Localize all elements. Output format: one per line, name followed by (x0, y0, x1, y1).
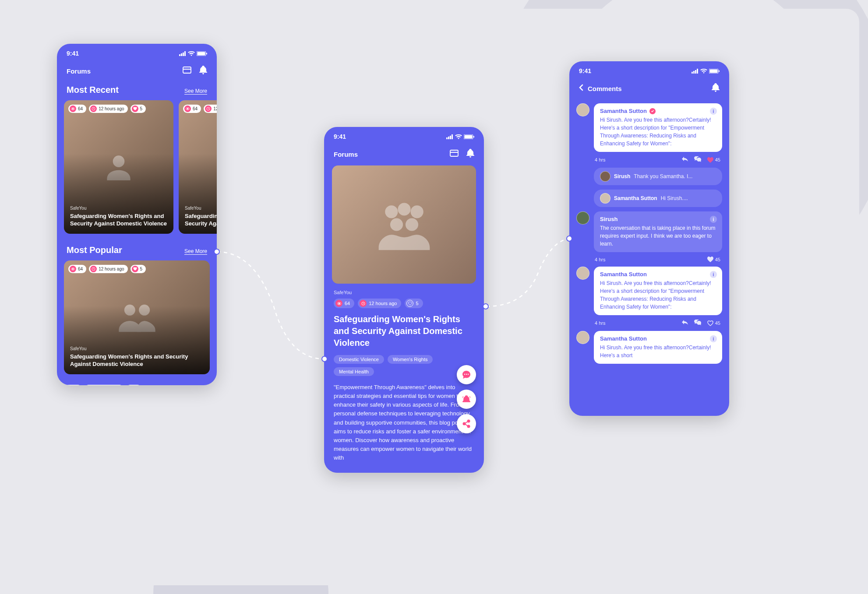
like-icon[interactable]: 45 (707, 320, 720, 326)
tag[interactable]: Mental Health (334, 367, 374, 376)
wifi-icon (188, 51, 195, 56)
info-icon[interactable]: i (710, 108, 717, 115)
battery-icon (709, 69, 720, 74)
svg-point-39 (468, 374, 469, 375)
likes-badge: 5 (131, 105, 146, 113)
info-icon[interactable]: i (710, 216, 717, 223)
card-icon[interactable] (183, 67, 191, 75)
battery-icon (197, 51, 207, 56)
section-label: Most Popular (67, 245, 122, 255)
comment-author: Samantha Sutton (600, 335, 716, 342)
card-icon[interactable] (450, 150, 459, 158)
tag[interactable]: Women's Rights (388, 355, 433, 364)
comment-footer: 4 hrs 45 (576, 156, 722, 163)
svg-rect-2 (183, 53, 184, 56)
views-badge: 64 (334, 299, 354, 308)
notify-fab[interactable] (457, 390, 476, 409)
svg-point-30 (385, 205, 398, 218)
views-badge: 64 (68, 265, 86, 273)
forum-card-popular[interactable]: 64 12 hours ago 5 SafeYou Safeguarding W… (64, 260, 210, 374)
verified-icon (649, 108, 656, 114)
svg-point-33 (390, 218, 402, 231)
svg-rect-26 (465, 135, 473, 138)
reply-item[interactable]: Sirush Thank you Samantha. I... (594, 168, 722, 185)
info-icon[interactable]: i (710, 271, 717, 278)
avatar (576, 267, 589, 280)
phone-forum-detail: 9:41 Forums SafeYou 64 12 hours ago 5 Sa… (324, 127, 484, 473)
phone-comments: 9:41 Comments Samantha Sutton Hi Sirush.… (569, 61, 729, 416)
status-bar: 9:41 (324, 127, 484, 144)
reply-author: Samantha Sutton (614, 195, 657, 201)
bell-icon[interactable] (466, 149, 474, 159)
views-badge: 64 (64, 385, 82, 385)
time-badge: 12 hours ago (204, 105, 217, 113)
status-time: 9:41 (67, 50, 79, 57)
time-badge: 12 hours ago (89, 265, 127, 273)
connector-dot (483, 303, 489, 309)
back-icon[interactable] (579, 84, 583, 93)
signal-icon (692, 69, 699, 74)
card-title: Safeguarding Women's Rights and Security… (70, 212, 167, 228)
svg-point-17 (72, 268, 74, 270)
replies-icon[interactable] (694, 320, 701, 327)
forum-card[interactable]: 64 12 hours ago 5 SafeYou Safeguarding W… (64, 100, 173, 234)
comment-time: 4 hrs (595, 320, 605, 326)
share-fab[interactable] (457, 414, 476, 433)
comment-item[interactable]: Sirush The conversation that is taking p… (576, 211, 722, 252)
svg-rect-24 (452, 134, 453, 139)
info-icon[interactable]: i (710, 335, 717, 342)
svg-rect-27 (473, 136, 474, 137)
screen-header: Forums (324, 144, 484, 165)
connector-dot (566, 235, 572, 242)
svg-point-35 (338, 302, 340, 304)
detail-hero-image (332, 165, 476, 284)
tag[interactable]: Domestic Violence (334, 355, 384, 364)
card-source: SafeYou (70, 206, 167, 211)
phone-forums-list: 9:41 Forums Most Recent See More 64 12 h… (57, 44, 217, 385)
svg-rect-46 (693, 71, 695, 74)
svg-point-38 (466, 374, 467, 375)
comment-item[interactable]: Samantha Sutton Hi Sirush. Are you free … (576, 267, 722, 315)
comment-item[interactable]: Samantha Sutton Hi Sirush. Are you free … (576, 331, 722, 364)
card-title: Safeguarding Women's Rights and Security… (70, 353, 204, 368)
comment-item[interactable]: Samantha Sutton Hi Sirush. Are you free … (576, 103, 722, 152)
avatar (600, 171, 610, 182)
svg-line-43 (465, 422, 468, 423)
header-title: Forums (67, 67, 91, 75)
comment-text: Hi Sirush. Are you free this afternoon?C… (600, 279, 716, 311)
connector-dot (321, 356, 328, 362)
svg-point-31 (398, 203, 410, 215)
comment-text: Hi Sirush. Are you free this afternoon?C… (600, 344, 716, 359)
like-icon[interactable]: 45 (707, 257, 720, 262)
svg-point-37 (464, 374, 465, 375)
svg-line-44 (465, 424, 468, 426)
svg-rect-3 (184, 51, 186, 56)
svg-rect-47 (695, 70, 696, 74)
reply-item[interactable]: Samantha Sutton Hi Sirush.... (594, 190, 722, 207)
svg-rect-7 (183, 67, 191, 73)
detail-title: Safeguarding Women's Rights and Security… (324, 313, 484, 355)
reply-icon[interactable] (682, 157, 688, 163)
bell-icon[interactable] (712, 83, 720, 94)
svg-rect-48 (697, 69, 698, 74)
svg-rect-0 (179, 54, 180, 56)
screen-header: Comments (569, 79, 729, 100)
reply-icon[interactable] (682, 320, 688, 326)
reply-author: Sirush (614, 173, 630, 179)
svg-rect-22 (448, 137, 449, 139)
forum-card[interactable]: 64 12 hours ago SafeYou Safeguarding Wom… (179, 100, 217, 234)
svg-rect-6 (206, 53, 207, 54)
likes-badge[interactable]: 5 (405, 299, 423, 308)
connector-dot (214, 249, 220, 255)
comment-footer: 4 hrs 45 (576, 320, 722, 327)
svg-point-10 (72, 108, 74, 110)
svg-point-34 (405, 218, 418, 231)
card-title: Safeguarding Women's Rights and Security… (185, 212, 217, 228)
see-more-link[interactable]: See More (184, 248, 207, 255)
replies-icon[interactable] (694, 156, 701, 163)
see-more-link[interactable]: See More (184, 88, 207, 95)
chat-fab[interactable] (457, 365, 476, 384)
time-badge: 12 hours ago (358, 299, 401, 308)
bell-icon[interactable] (199, 66, 207, 76)
like-icon[interactable]: 45 (707, 157, 720, 163)
